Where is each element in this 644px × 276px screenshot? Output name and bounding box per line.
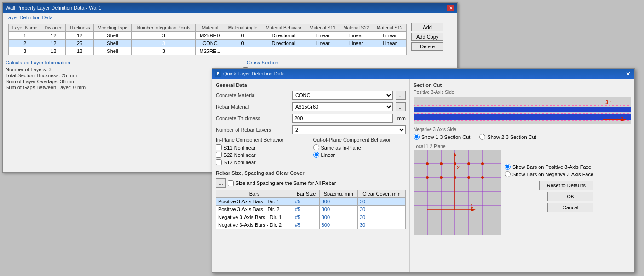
svg-marker-12 bbox=[454, 152, 456, 156]
local-12-plane-label: Local 1-2 Plane bbox=[414, 144, 631, 149]
svg-point-21 bbox=[426, 176, 429, 179]
show-13-row: Show 1-3 Section Cut bbox=[414, 134, 470, 140]
show-bars-neg-radio[interactable] bbox=[505, 171, 511, 177]
rebar-row-bars[interactable]: Positive 3-Axis Bars - Dir. 1 bbox=[216, 198, 293, 206]
s12-nonlinear-row: S12 Nonlinear bbox=[216, 159, 309, 165]
axis-horiz bbox=[603, 119, 626, 120]
show-13-label: Show 1-3 Section Cut bbox=[421, 134, 470, 140]
s12-nonlinear-label: S12 Nonlinear bbox=[224, 160, 256, 165]
col-layer-name: Layer Name bbox=[9, 24, 41, 32]
concrete-thickness-input[interactable] bbox=[292, 114, 393, 123]
quick-close-btn[interactable]: ✕ bbox=[625, 70, 632, 77]
in-plane-col: In-Plane Component Behavior S11 Nonlinea… bbox=[216, 137, 309, 167]
svg-point-16 bbox=[426, 162, 429, 165]
col-s22: Material S22 bbox=[339, 24, 373, 32]
linear-radio[interactable] bbox=[313, 152, 319, 158]
section-grid-view: 2 1 bbox=[414, 150, 501, 235]
section-cut-radios: Show 1-3 Section Cut Show 2-3 Section Cu… bbox=[414, 134, 631, 141]
concrete-material-select[interactable]: CONC bbox=[292, 91, 393, 100]
rebar-col-spacing: Spacing, mm bbox=[319, 190, 357, 198]
general-data-title: General Data bbox=[216, 82, 406, 88]
rebar-layers-row: Number of Rebar Layers 2 bbox=[216, 125, 406, 134]
col-nip: Number Integration Points bbox=[132, 24, 196, 32]
rebar-material-row: Rebar Material A615Gr60 ... bbox=[216, 102, 406, 111]
concrete-thickness-label: Concrete Thickness bbox=[216, 115, 289, 121]
behavior-area: In-Plane Component Behavior S11 Nonlinea… bbox=[216, 137, 406, 167]
side-buttons: Add Add Copy Delete bbox=[411, 23, 443, 56]
add-button[interactable]: Add bbox=[411, 23, 443, 31]
bar-radios-col: Show Bars on Positive 3-Axis Face Show B… bbox=[505, 150, 593, 212]
calc-info-title: Calculated Layer Information bbox=[6, 60, 98, 65]
grid-svg: 2 1 bbox=[414, 150, 501, 235]
s12-nonlinear-cb[interactable] bbox=[216, 159, 222, 165]
grid-and-radios: 2 1 bbox=[414, 150, 631, 235]
svg-text:1: 1 bbox=[471, 203, 473, 209]
linear-label: Linear bbox=[321, 152, 335, 158]
svg-point-20 bbox=[481, 162, 484, 165]
rebar-row-bars[interactable]: Negative 3-Axis Bars - Dir. 2 bbox=[216, 221, 293, 229]
same-for-all-cb[interactable] bbox=[228, 180, 234, 186]
concrete-thickness-row: Concrete Thickness mm bbox=[216, 114, 406, 123]
reset-defaults-btn[interactable]: Reset to Defaults bbox=[539, 181, 593, 190]
quick-left-panel: General Data Concrete Material CONC ... … bbox=[212, 79, 410, 272]
table-row[interactable]: 3 bbox=[9, 47, 41, 55]
arrow-3-label: 3 ↑ bbox=[605, 99, 612, 105]
rebar-section-title: Rebar Size, Spacing and Clear Cover bbox=[216, 170, 406, 176]
rebar-material-ellipsis[interactable]: ... bbox=[396, 102, 406, 111]
svg-point-18 bbox=[454, 162, 456, 165]
s22-nonlinear-label: S22 Nonlinear bbox=[224, 152, 256, 158]
calc-info-row: Sum of Gaps Between Layer: 0 mm bbox=[6, 85, 98, 90]
show-bars-neg-row: Show Bars on Negative 3-Axis Face bbox=[505, 171, 593, 177]
svg-point-24 bbox=[467, 176, 470, 179]
concrete-material-ellipsis[interactable]: ... bbox=[396, 91, 406, 100]
show-23-label: Show 2-3 Section Cut bbox=[487, 134, 536, 140]
add-copy-button[interactable]: Add Copy bbox=[411, 33, 443, 41]
show-23-row: Show 2-3 Section Cut bbox=[479, 134, 536, 140]
delete-button[interactable]: Delete bbox=[411, 42, 443, 51]
show-23-radio[interactable] bbox=[479, 134, 485, 140]
layer-table: Layer Name Distance Thickness Modeling T… bbox=[8, 24, 407, 55]
col-distance: Distance bbox=[41, 24, 66, 32]
table-row[interactable]: 2 bbox=[9, 40, 41, 47]
section-cut-title: Section Cut bbox=[414, 82, 631, 88]
table-row[interactable]: 1 bbox=[9, 32, 41, 40]
s22-nonlinear-cb[interactable] bbox=[216, 152, 222, 158]
quick-titlebar: E Quick Layer Definition Data ✕ bbox=[212, 69, 634, 79]
svg-point-25 bbox=[481, 176, 484, 179]
quick-title: Quick Layer Definition Data bbox=[223, 71, 285, 76]
linear-row: Linear bbox=[313, 152, 406, 158]
show-bars-pos-radio[interactable] bbox=[505, 164, 511, 170]
s22-nonlinear-row: S22 Nonlinear bbox=[216, 152, 309, 158]
rebar-material-select[interactable]: A615Gr60 bbox=[292, 102, 393, 111]
main-close-btn[interactable]: ✕ bbox=[447, 5, 454, 11]
concrete-material-label: Concrete Material bbox=[216, 92, 289, 98]
svg-text:2: 2 bbox=[457, 165, 460, 170]
quick-ok-btn[interactable]: OK bbox=[547, 192, 593, 201]
table-area: Layer Name Distance Thickness Modeling T… bbox=[3, 21, 457, 58]
rebar-ellipsis[interactable]: ... bbox=[216, 178, 226, 188]
rebar-row-bars[interactable]: Positive 3-Axis Bars - Dir. 2 bbox=[216, 206, 293, 213]
rebar-col-size: Bar Size bbox=[293, 190, 319, 198]
rebar-row-bars[interactable]: Negative 3-Axis Bars - Dir. 1 bbox=[216, 213, 293, 221]
positive-3axis-label: Positive 3-Axis Side bbox=[414, 90, 631, 95]
e-icon: E bbox=[215, 70, 221, 77]
show-13-radio[interactable] bbox=[414, 134, 420, 140]
show-bars-pos-label: Show Bars on Positive 3-Axis Face bbox=[512, 164, 591, 170]
same-as-inplane-label: Same as In-Plane bbox=[321, 145, 361, 150]
quick-content: General Data Concrete Material CONC ... … bbox=[212, 79, 634, 272]
s11-nonlinear-cb[interactable] bbox=[216, 144, 222, 150]
s11-nonlinear-row: S11 Nonlinear bbox=[216, 144, 309, 150]
calc-info-row: Sum of Layer Overlaps: 36 mm bbox=[6, 79, 98, 84]
in-plane-title: In-Plane Component Behavior bbox=[216, 137, 309, 143]
calc-info-row: Total Section Thickness: 25 mm bbox=[6, 73, 98, 78]
quick-cancel-btn[interactable]: Cancel bbox=[547, 203, 593, 212]
same-as-inplane-radio[interactable] bbox=[313, 144, 319, 150]
s11-nonlinear-label: S11 Nonlinear bbox=[224, 145, 256, 150]
rebar-col-cover: Clear Cover, mm bbox=[357, 190, 405, 198]
concrete-material-row: Concrete Material CONC ... bbox=[216, 91, 406, 100]
blue-bar-top bbox=[414, 107, 631, 112]
rebar-layers-select[interactable]: 2 bbox=[292, 125, 406, 134]
rebar-same-row: ... Size and Spacing are the Same for Al… bbox=[216, 178, 406, 188]
thickness-unit: mm bbox=[397, 115, 406, 121]
show-bars-pos-row: Show Bars on Positive 3-Axis Face bbox=[505, 164, 593, 170]
